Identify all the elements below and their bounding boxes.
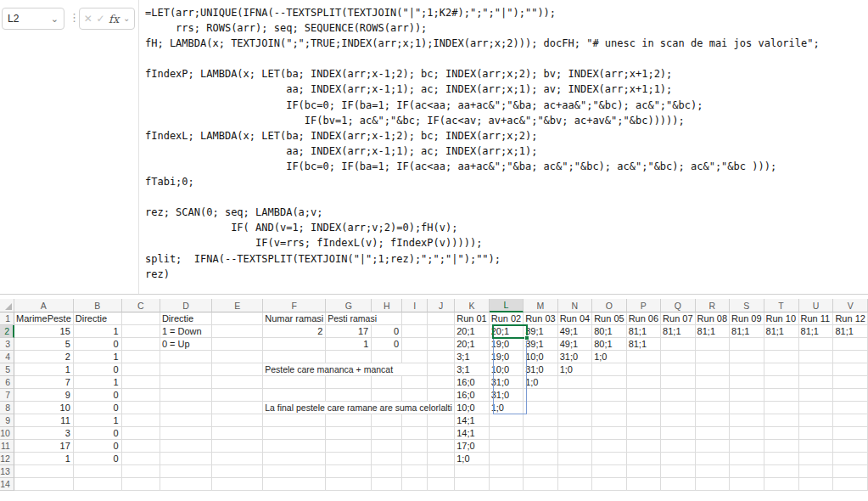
cell-I11[interactable] <box>402 440 428 453</box>
cell-E4[interactable] <box>212 351 263 363</box>
column-header-B[interactable]: B <box>74 299 122 312</box>
cell-V1[interactable]: Run 12 <box>833 312 868 325</box>
cell-I1[interactable] <box>402 312 428 325</box>
row-header-9[interactable]: 9 <box>0 414 14 427</box>
cell-D9[interactable] <box>160 414 212 427</box>
cell-Q12[interactable] <box>661 453 695 465</box>
cell-D4[interactable] <box>160 351 212 363</box>
cell-U5[interactable] <box>799 363 834 376</box>
cell-P10[interactable] <box>627 427 661 440</box>
cell-K3[interactable]: 20;1 <box>455 338 489 351</box>
cell-B6[interactable]: 1 <box>74 376 122 389</box>
cell-G9[interactable] <box>326 414 372 427</box>
column-header-S[interactable]: S <box>730 299 764 312</box>
cell-O9[interactable] <box>592 414 626 427</box>
cell-S3[interactable] <box>730 338 764 351</box>
cell-S8[interactable] <box>730 402 764 414</box>
cell-V11[interactable] <box>833 440 868 453</box>
cell-U3[interactable] <box>799 338 834 351</box>
cell-L13[interactable] <box>490 465 524 478</box>
cell-L10[interactable] <box>490 427 524 440</box>
cell-N10[interactable] <box>558 427 592 440</box>
cell-A1[interactable]: MarimePeste <box>14 312 74 325</box>
cell-O3[interactable]: 80;1 <box>592 338 626 351</box>
cell-C6[interactable] <box>122 376 160 389</box>
cell-C2[interactable] <box>122 325 160 338</box>
cell-A12[interactable]: 1 <box>14 453 74 465</box>
cell-T2[interactable]: 81;1 <box>764 325 799 338</box>
cell-M13[interactable] <box>524 465 557 478</box>
cell-H4[interactable] <box>372 351 402 363</box>
cell-T10[interactable] <box>764 427 799 440</box>
cell-O4[interactable]: 1;0 <box>592 351 626 363</box>
cell-M11[interactable] <box>524 440 557 453</box>
cell-E2[interactable] <box>212 325 263 338</box>
cell-J2[interactable] <box>428 325 455 338</box>
row-header-12[interactable]: 12 <box>0 453 14 465</box>
cell-V14[interactable] <box>833 478 868 491</box>
row-header-13[interactable]: 13 <box>0 465 14 478</box>
cell-K13[interactable] <box>455 465 489 478</box>
cell-O8[interactable] <box>592 402 626 414</box>
cell-R8[interactable] <box>696 402 730 414</box>
cell-U1[interactable]: Run 11 <box>799 312 834 325</box>
cell-F12[interactable] <box>263 453 326 465</box>
cell-G13[interactable] <box>326 465 372 478</box>
column-header-H[interactable]: H <box>372 299 402 312</box>
cell-F7[interactable] <box>263 389 326 402</box>
cell-B11[interactable]: 0 <box>74 440 122 453</box>
cell-Q2[interactable]: 81;1 <box>661 325 695 338</box>
cell-L6[interactable]: 31;0 <box>490 376 524 389</box>
cell-H3[interactable]: 0 <box>372 338 402 351</box>
cell-N4[interactable]: 31;0 <box>558 351 592 363</box>
cell-C14[interactable] <box>122 478 160 491</box>
cell-K14[interactable] <box>455 478 489 491</box>
cell-O12[interactable] <box>592 453 626 465</box>
cell-D1[interactable]: Directie <box>160 312 212 325</box>
column-header-G[interactable]: G <box>326 299 372 312</box>
row-header-3[interactable]: 3 <box>0 338 14 351</box>
column-header-D[interactable]: D <box>160 299 212 312</box>
cell-F2[interactable]: 2 <box>263 325 326 338</box>
cell-P1[interactable]: Run 06 <box>627 312 661 325</box>
cell-V4[interactable] <box>833 351 868 363</box>
cell-S10[interactable] <box>730 427 764 440</box>
cell-T9[interactable] <box>764 414 799 427</box>
cell-M1[interactable]: Run 03 <box>524 312 557 325</box>
cell-R1[interactable]: Run 08 <box>696 312 730 325</box>
cell-F11[interactable] <box>263 440 326 453</box>
cell-Q14[interactable] <box>661 478 695 491</box>
row-header-14[interactable]: 14 <box>0 478 14 491</box>
cell-K6[interactable]: 16;0 <box>455 376 489 389</box>
cell-O11[interactable] <box>592 440 626 453</box>
cell-M8[interactable] <box>524 402 557 414</box>
cell-S13[interactable] <box>730 465 764 478</box>
cell-C8[interactable] <box>122 402 160 414</box>
cell-N8[interactable] <box>558 402 592 414</box>
cell-P2[interactable]: 81;1 <box>627 325 661 338</box>
cell-M6[interactable]: 1;0 <box>524 376 557 389</box>
cell-P5[interactable] <box>627 363 661 376</box>
cell-D5[interactable] <box>160 363 212 376</box>
cell-L9[interactable] <box>490 414 524 427</box>
cell-S11[interactable] <box>730 440 764 453</box>
cell-J12[interactable] <box>428 453 455 465</box>
cell-R14[interactable] <box>696 478 730 491</box>
cell-M10[interactable] <box>524 427 557 440</box>
cell-G6[interactable] <box>326 376 372 389</box>
cell-G1[interactable]: Pesti ramasi <box>326 312 402 325</box>
cell-Q4[interactable] <box>661 351 695 363</box>
cell-M4[interactable]: 10;0 <box>524 351 557 363</box>
cell-M14[interactable] <box>524 478 557 491</box>
cell-R11[interactable] <box>696 440 730 453</box>
column-header-O[interactable]: O <box>592 299 626 312</box>
cell-A4[interactable]: 2 <box>14 351 74 363</box>
name-box[interactable]: L2 ⌄ <box>2 8 64 30</box>
cell-F14[interactable] <box>263 478 326 491</box>
cell-A6[interactable]: 7 <box>14 376 74 389</box>
cell-V3[interactable] <box>833 338 868 351</box>
insert-function-icon[interactable]: fx <box>109 13 119 25</box>
cell-K9[interactable]: 14;1 <box>455 414 489 427</box>
cell-G11[interactable] <box>326 440 372 453</box>
cell-U8[interactable] <box>799 402 834 414</box>
